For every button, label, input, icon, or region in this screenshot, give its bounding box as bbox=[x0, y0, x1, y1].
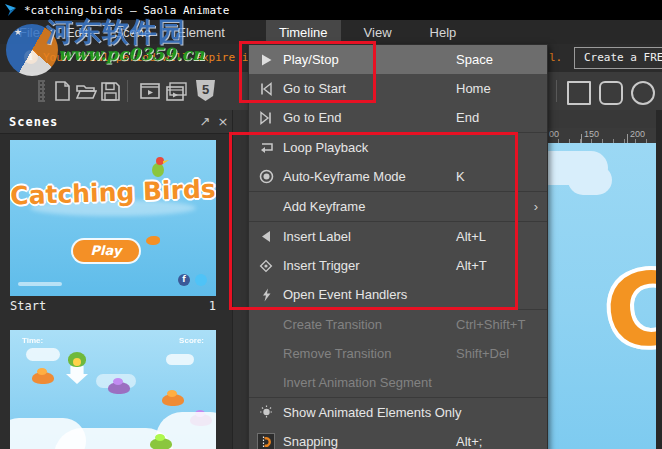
title-bar: *catching-birds — Saola Animate bbox=[0, 0, 662, 20]
go-to-end-icon bbox=[257, 110, 275, 126]
right-edge-strip bbox=[656, 110, 662, 449]
annotation-rect-play-controls bbox=[239, 41, 376, 103]
green-bird-icon bbox=[68, 352, 86, 367]
create-free-account-button[interactable]: Create a FREE bbox=[574, 47, 662, 69]
close-icon[interactable]: × bbox=[214, 114, 232, 129]
menu-item-label: Show Animated Elements Only bbox=[283, 405, 461, 420]
open-folder-icon bbox=[76, 82, 97, 100]
menu-scene[interactable]: Scene bbox=[101, 20, 164, 44]
rounded-rectangle-tool-button[interactable] bbox=[599, 81, 623, 105]
lamp-icon bbox=[257, 405, 275, 421]
save-floppy-icon bbox=[101, 82, 120, 101]
open-project-button[interactable] bbox=[74, 79, 98, 103]
trial-message: Your trial period will expire in 1 bbox=[43, 51, 268, 64]
menu-item-label: Invert Animation Segment bbox=[283, 375, 432, 390]
preview-project-button[interactable] bbox=[164, 79, 188, 103]
annotation-rect-keyframe-tools bbox=[229, 132, 518, 310]
trial-message-tail: l. bbox=[549, 51, 562, 64]
menu-item-label: Remove Transition bbox=[283, 346, 391, 361]
scene-thumbnail-start[interactable]: Catching Birds Play f bbox=[10, 140, 216, 296]
cloud-arrow bbox=[66, 366, 88, 384]
menu-item-snapping[interactable]: Snapping Alt+; bbox=[249, 427, 547, 449]
ruler-major-tick bbox=[627, 134, 628, 143]
preview-project-icon bbox=[166, 82, 187, 101]
credit-text-blur bbox=[18, 282, 62, 286]
menu-file[interactable]: File bbox=[6, 20, 53, 44]
menu-item-create-transition: Create Transition Ctrl+Shift+T bbox=[249, 310, 547, 339]
thumb-play-button: Play bbox=[73, 240, 139, 262]
blank-icon-space bbox=[257, 375, 275, 391]
bird-icon bbox=[150, 438, 172, 449]
ruler-label: 150 bbox=[584, 129, 599, 139]
saola-animate-app-icon bbox=[4, 3, 17, 17]
new-document-button[interactable] bbox=[50, 79, 74, 103]
scene-thumbnail-gameplay[interactable]: Time: Score: bbox=[10, 330, 216, 449]
time-label: Time: bbox=[22, 336, 43, 345]
twitter-icon bbox=[195, 274, 207, 286]
stage-cloud bbox=[548, 151, 608, 185]
canvas-stage[interactable]: C bbox=[548, 143, 656, 449]
info-icon: i bbox=[24, 50, 38, 64]
toolbar-separator bbox=[127, 80, 128, 102]
scenes-panel-title: Scenes bbox=[9, 115, 58, 129]
ruler-major-tick bbox=[581, 134, 582, 143]
menu-item-label: Go to End bbox=[283, 110, 342, 125]
bird-icon bbox=[32, 372, 54, 384]
perched-bird-icon bbox=[148, 156, 170, 178]
save-button[interactable] bbox=[98, 79, 122, 103]
horizontal-ruler: 00 150 200 bbox=[548, 128, 656, 144]
canvas-header bbox=[548, 110, 662, 129]
stage-letter: C bbox=[601, 257, 656, 364]
menu-item-label: Snapping bbox=[283, 434, 338, 449]
ruler-label: 200 bbox=[630, 129, 645, 139]
facebook-icon: f bbox=[178, 274, 190, 286]
menu-item-shortcut: Shift+Del bbox=[456, 346, 509, 361]
menu-edit[interactable]: Edit bbox=[53, 20, 101, 44]
menu-help[interactable]: Help bbox=[417, 20, 470, 44]
menu-item-show-animated-elements-only[interactable]: Show Animated Elements Only bbox=[249, 398, 547, 427]
window-title: *catching-birds — Saola Animate bbox=[24, 4, 229, 17]
rectangle-tool-button[interactable] bbox=[567, 81, 591, 105]
menu-item-shortcut: Home bbox=[456, 81, 491, 96]
popout-icon[interactable]: ↗ bbox=[196, 114, 214, 129]
scene-number: 1 bbox=[10, 299, 216, 313]
menu-element[interactable]: Element bbox=[164, 20, 238, 44]
menu-item-go-to-end[interactable]: Go to End End bbox=[249, 103, 547, 132]
menu-item-shortcut: Space bbox=[456, 52, 493, 67]
cloud bbox=[166, 354, 194, 365]
blank-icon-space bbox=[257, 317, 275, 333]
menu-item-shortcut: Ctrl+Shift+T bbox=[456, 317, 525, 332]
mini-bird-icon bbox=[146, 236, 160, 245]
preview-scene-button[interactable] bbox=[138, 79, 162, 103]
menu-item-shortcut: End bbox=[456, 110, 479, 125]
submenu-arrow-icon: › bbox=[534, 199, 538, 214]
menu-item-label: Create Transition bbox=[283, 317, 382, 332]
scenes-panel-header: Scenes ↗ × bbox=[0, 110, 232, 134]
toolbar-drag-handle[interactable] bbox=[38, 80, 45, 102]
bird-icon bbox=[108, 382, 130, 394]
new-document-icon bbox=[54, 81, 71, 101]
blank-icon-space bbox=[257, 346, 275, 362]
ruler-label: 00 bbox=[549, 129, 559, 139]
menu-item-invert-animation-segment: Invert Animation Segment bbox=[249, 368, 547, 397]
menu-item-shortcut: Alt+; bbox=[456, 434, 482, 449]
cloud bbox=[26, 348, 60, 361]
score-label: Score: bbox=[179, 336, 204, 345]
preview-scene-icon bbox=[140, 82, 160, 100]
toolbar-separator-right bbox=[556, 80, 557, 102]
snapping-magnet-icon bbox=[257, 434, 275, 449]
menu-item-remove-transition: Remove Transition Shift+Del bbox=[249, 339, 547, 368]
ellipse-tool-button[interactable] bbox=[631, 81, 655, 105]
bird-icon bbox=[162, 394, 184, 406]
